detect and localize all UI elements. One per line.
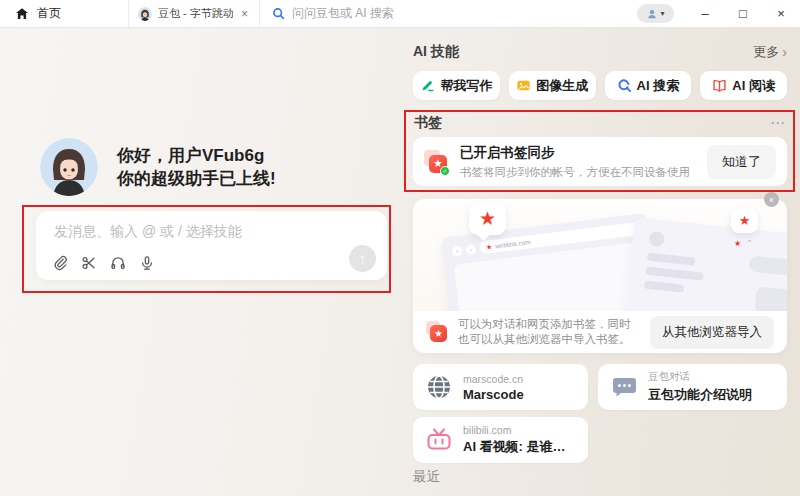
bookmarks-header: 书签 ⋯: [414, 114, 786, 132]
bookmark-domain: 豆包对话: [648, 370, 752, 384]
bookmarks-title: 书签: [414, 114, 442, 132]
send-arrow-icon: ↑: [359, 250, 367, 267]
greeting-block: 你好，用户VFub6g 你的超级助手已上线!: [40, 138, 276, 196]
bookmark-title: 豆包功能介绍说明: [648, 386, 752, 404]
skill-read-button[interactable]: AI 阅读: [700, 71, 787, 100]
sync-card-subtitle: 书签将同步到你的帐号，方便在不同设备使用: [460, 165, 690, 180]
bookmark-card-doubao-chat[interactable]: 豆包对话 豆包功能介绍说明: [598, 364, 787, 410]
message-input[interactable]: 发消息、输入 @ 或 / 选择技能 ↑: [36, 211, 387, 280]
tab-close-icon[interactable]: ×: [239, 7, 250, 21]
home-button[interactable]: 首页: [0, 0, 128, 27]
message-input-placeholder: 发消息、输入 @ 或 / 选择技能: [54, 223, 242, 241]
home-icon: [14, 6, 30, 22]
promo-caption-text: 可以为对话和网页添加书签，同时也可以从其他浏览器中导入书签。: [458, 317, 640, 347]
tab-title: 豆包 - 字节跳动旗下 AI: [158, 6, 233, 21]
skills-more-label: 更多: [753, 43, 779, 61]
bookmark-badge-small: ★: [731, 208, 758, 233]
share-icon: ⌃: [746, 239, 753, 248]
sync-card-title: 已开启书签同步: [460, 144, 690, 162]
ai-skills-title: AI 技能: [413, 43, 459, 61]
headphones-icon[interactable]: [110, 255, 126, 271]
pen-icon: [420, 78, 435, 93]
skill-write-button[interactable]: 帮我写作: [413, 71, 500, 100]
bilibili-icon: [425, 426, 453, 454]
omnibox-search[interactable]: 问问豆包或 AI 搜索: [260, 0, 637, 27]
attachment-icon[interactable]: [52, 255, 68, 271]
image-icon: [516, 78, 531, 93]
bookmark-title: AI 看视频: 是谁帮我写？作...: [463, 438, 576, 456]
user-avatar-icon: [646, 8, 658, 20]
skill-search-button[interactable]: AI 搜索: [605, 71, 692, 100]
sync-card-text: 已开启书签同步 书签将同步到你的帐号，方便在不同设备使用: [460, 144, 690, 180]
bookmark-icon: ★: [426, 321, 448, 343]
recent-section-title: 最近: [413, 468, 440, 486]
bookmark-promo-card: × ‹ › ★ weblink.com: [413, 199, 787, 353]
back-icon: ‹: [452, 245, 463, 256]
tab-doubao[interactable]: 豆包 - 字节跳动旗下 AI ×: [128, 0, 260, 27]
bookmark-title: Marscode: [463, 387, 524, 402]
forward-icon: ›: [465, 243, 476, 254]
search-placeholder: 问问豆包或 AI 搜索: [292, 5, 394, 22]
home-label: 首页: [37, 5, 61, 22]
skill-image-button[interactable]: 图像生成: [509, 71, 596, 100]
microphone-icon[interactable]: [139, 255, 155, 271]
chevron-down-icon: ▾: [660, 10, 664, 18]
greeting-line1: 你好，用户VFub6g: [117, 144, 276, 167]
skill-read-label: AI 阅读: [732, 77, 775, 95]
assistant-avatar: [40, 138, 98, 196]
chevron-right-icon: ›: [782, 45, 787, 59]
promo-close-button[interactable]: ×: [764, 192, 779, 207]
bookmark-badge-large: ★: [469, 202, 506, 235]
bookmark-illustration: ‹ › ★ weblink.com: [413, 199, 787, 311]
top-bar: 首页 豆包 - 字节跳动旗下 AI × 问问豆包或 AI 搜索 ▾ – □ ×: [0, 0, 800, 28]
skill-search-label: AI 搜索: [637, 77, 680, 95]
chat-icon: [610, 373, 638, 401]
doubao-app-window: 首页 豆包 - 字节跳动旗下 AI × 问问豆包或 AI 搜索 ▾ – □ ×: [0, 0, 800, 496]
ai-skills-header: AI 技能 更多 ›: [413, 43, 787, 61]
search-icon: [272, 7, 285, 20]
more-options-icon[interactable]: ⋯: [770, 114, 786, 132]
star-icon: ★: [734, 239, 741, 248]
got-it-button[interactable]: 知道了: [707, 145, 776, 179]
ai-search-icon: [617, 78, 632, 93]
bookmark-badge-detail: ★ ⌃: [734, 239, 753, 248]
window-minimize-button[interactable]: –: [686, 0, 724, 27]
browser-mockup-right: [624, 217, 787, 311]
bookmark-star-icon: ★: [430, 325, 447, 342]
bookmark-sync-icon: ★ ✓: [424, 150, 448, 174]
ai-skills-row: 帮我写作 图像生成 AI 搜索 AI 阅读: [413, 71, 787, 100]
screenshot-scissors-icon[interactable]: [81, 255, 97, 271]
bookmark-sync-card: ★ ✓ 已开启书签同步 书签将同步到你的帐号，方便在不同设备使用 知道了: [413, 137, 787, 186]
window-close-button[interactable]: ×: [762, 0, 800, 27]
star-icon: ★: [739, 213, 751, 228]
check-badge-icon: ✓: [440, 166, 450, 176]
main-content: 你好，用户VFub6g 你的超级助手已上线! 发消息、输入 @ 或 / 选择技能…: [0, 28, 800, 496]
import-bookmarks-button[interactable]: 从其他浏览器导入: [650, 316, 774, 349]
greeting-line2: 你的超级助手已上线!: [117, 167, 276, 190]
bookmark-domain: marscode.cn: [463, 373, 524, 385]
skill-write-label: 帮我写作: [440, 77, 492, 95]
user-account-button[interactable]: ▾: [637, 4, 674, 23]
window-maximize-button[interactable]: □: [724, 0, 762, 27]
skill-image-label: 图像生成: [536, 77, 588, 95]
bookmark-card-bilibili[interactable]: bilibili.com AI 看视频: 是谁帮我写？作...: [413, 417, 588, 463]
weblink-text: weblink.com: [495, 238, 531, 249]
bookmark-domain: bilibili.com: [463, 424, 576, 436]
star-icon: ★: [485, 243, 492, 251]
star-icon: ★: [479, 207, 496, 230]
close-icon: ×: [769, 195, 774, 205]
bookmark-card-marscode[interactable]: marscode.cn Marscode: [413, 364, 588, 410]
composer-toolbar: [52, 255, 155, 271]
globe-icon: [425, 373, 453, 401]
tab-avatar-icon: [138, 7, 152, 21]
send-button[interactable]: ↑: [349, 245, 376, 272]
promo-caption-row: ★ 可以为对话和网页添加书签，同时也可以从其他浏览器中导入书签。 从其他浏览器导…: [413, 311, 787, 353]
skills-more-link[interactable]: 更多 ›: [753, 43, 787, 61]
book-icon: [712, 78, 727, 93]
